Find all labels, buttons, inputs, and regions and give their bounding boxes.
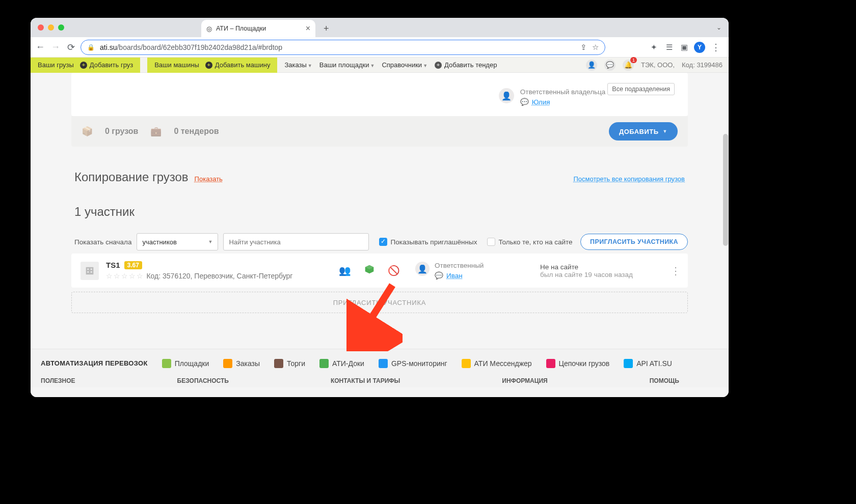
nav-your-cargo[interactable]: Ваши грузы — [38, 61, 74, 69]
nav-add-cargo[interactable]: +Добавить груз — [80, 61, 133, 69]
group-icon[interactable]: 👥 — [339, 265, 351, 276]
plus-icon: + — [205, 62, 212, 69]
company-icon — [81, 262, 99, 280]
page-content: Все подразделения 👤 Ответственный владел… — [31, 73, 729, 397]
chevron-down-icon: ▼ — [663, 129, 667, 134]
browser-toolbar: ← → ⟳ 🔒 ati.su/boards/board/62ebb307f19b… — [31, 37, 729, 58]
footer-item-messenger[interactable]: АТИ Мессенджер — [462, 359, 532, 368]
tab-title: АТИ – Площадки — [216, 25, 266, 32]
browser-tab[interactable]: ◎ АТИ – Площадки × — [201, 20, 315, 37]
forward-button[interactable]: → — [50, 42, 61, 53]
chat-icon[interactable]: 💬 — [604, 60, 616, 71]
dept-tag[interactable]: Все подразделения — [607, 83, 675, 95]
close-window-icon[interactable] — [38, 24, 44, 31]
invite-button[interactable]: ПРИГЛАСИТЬ УЧАСТНИКА — [580, 234, 688, 250]
search-input[interactable] — [223, 233, 369, 250]
nav-cargo-segment: Ваши грузы +Добавить груз — [31, 58, 140, 73]
panel-icon[interactable]: ▣ — [679, 43, 690, 52]
participant-name[interactable]: TS1 — [106, 261, 120, 269]
plus-icon: + — [435, 62, 442, 69]
nav-refs[interactable]: Справочники▼ — [382, 61, 427, 69]
footer-cat[interactable]: ИНФОРМАЦИЯ — [502, 377, 547, 387]
nav-vehicle-segment: Ваши машины +Добавить машину — [147, 58, 277, 73]
site-icon: ◎ — [206, 25, 212, 33]
new-tab-button[interactable]: + — [324, 23, 329, 34]
chrome-tab-strip: ◎ АТИ – Площадки × + ⌄ — [31, 18, 729, 37]
nav-orders[interactable]: Заказы▼ — [284, 61, 312, 69]
nav-add-tender[interactable]: +Добавить тендер — [435, 61, 497, 69]
sort-select[interactable]: участников▼ — [137, 233, 218, 250]
share-icon[interactable]: ⇪ — [580, 43, 587, 52]
reading-list-icon[interactable]: ☰ — [663, 43, 675, 52]
footer-item-gps[interactable]: GPS-мониторинг — [379, 359, 447, 368]
back-button[interactable]: ← — [35, 42, 46, 53]
svg-rect-3 — [87, 271, 89, 272]
checkbox-icon — [379, 238, 387, 246]
notifications-icon[interactable]: 🔔 — [623, 60, 634, 71]
rating-badge: 3.67 — [124, 261, 142, 269]
row-menu-icon[interactable]: ⋮ — [671, 265, 681, 277]
company-name: ТЭК, ООО, — [641, 61, 675, 69]
footer-item-orders[interactable]: Заказы — [223, 359, 260, 368]
view-all-link[interactable]: Посмотреть все копирования грузов — [573, 175, 685, 183]
footer-categories: ПОЛЕЗНОЕ БЕЗОПАСНОСТЬ КОНТАКТЫ И ТАРИФЫ … — [31, 377, 729, 387]
invite-box[interactable]: ПРИГЛАСИТЬ УЧАСТНИКА — [71, 292, 688, 313]
add-button[interactable]: ДОБАВИТЬ▼ — [609, 122, 678, 141]
nav-right: 👤 💬 🔔 ТЭК, ООО, Код: 3199486 — [586, 60, 723, 71]
responsible-column: 👤 Ответственный 💬 Иван — [415, 262, 484, 279]
footer-cat[interactable]: КОНТАКТЫ И ТАРИФЫ — [331, 377, 400, 387]
footer-strip: АВТОМАТИЗАЦИЯ ПЕРЕВОЗОК Площадки Заказы … — [31, 349, 729, 377]
chk-invited[interactable]: Показывать приглашённых — [379, 238, 477, 246]
blocked-icon[interactable]: 🚫 — [388, 265, 400, 276]
participant-meta: Код: 3576120, Перевозчик, Санкт-Петербур… — [146, 272, 292, 280]
participants-heading: 1 участник — [74, 205, 688, 219]
footer-cat[interactable]: ПОМОЩЬ — [650, 377, 679, 387]
tabs-menu-icon[interactable]: ⌄ — [716, 24, 721, 31]
footer-cat[interactable]: БЕЗОПАСНОСТЬ — [177, 377, 229, 387]
footer-item-api[interactable]: API ATI.SU — [624, 359, 672, 368]
avatar-icon: 👤 — [415, 262, 430, 276]
footer-item-auctions[interactable]: Торги — [274, 359, 305, 368]
address-bar[interactable]: 🔒 ati.su/boards/board/62ebb307f19b2402da… — [81, 40, 605, 55]
owner-row: 👤 Ответственный владельца 💬 Юлия — [84, 83, 607, 116]
browser-menu-icon[interactable]: ⋮ — [709, 42, 723, 53]
svg-rect-4 — [91, 271, 92, 272]
filter-row: Показать сначала участников▼ Показывать … — [74, 233, 688, 250]
status-column: Не на сайте был на сайте 19 часов назад — [540, 263, 633, 278]
footer-item-docs[interactable]: АТИ-Доки — [319, 359, 364, 368]
nav-add-vehicle[interactable]: +Добавить машину — [205, 61, 271, 69]
owner-name[interactable]: Юлия — [532, 98, 550, 106]
owner-label: Ответственный владельца — [520, 88, 606, 96]
responsible-label: Ответственный — [435, 262, 484, 269]
responsible-chat-link[interactable]: 💬 Иван — [435, 271, 484, 279]
maximize-window-icon[interactable] — [58, 24, 64, 31]
user-icon[interactable]: 👤 — [586, 60, 597, 71]
responsible-name[interactable]: Иван — [446, 272, 463, 279]
chk-online[interactable]: Только те, кто на сайте — [487, 238, 572, 246]
owner-chat-link[interactable]: 💬 Юлия — [520, 98, 606, 106]
board-card-footer: 📦 0 грузов 💼 0 тендеров ДОБАВИТЬ▼ — [71, 116, 688, 147]
svg-rect-1 — [87, 268, 89, 270]
nav-your-boards[interactable]: Ваши площадки▼ — [319, 61, 375, 69]
chat-icon: 💬 — [435, 271, 443, 279]
minimize-window-icon[interactable] — [48, 24, 54, 31]
footer-heading: АВТОМАТИЗАЦИЯ ПЕРЕВОЗОК — [41, 359, 148, 367]
browser-window: ◎ АТИ – Площадки × + ⌄ ← → ⟳ 🔒 ati.su/bo… — [31, 18, 729, 397]
nav-your-vehicles[interactable]: Ваши машины — [154, 61, 199, 69]
reload-button[interactable]: ⟳ — [65, 42, 76, 53]
footer-item-chains[interactable]: Цепочки грузов — [546, 359, 610, 368]
chat-icon: 💬 — [520, 98, 529, 106]
cargo-count: 0 грузов — [105, 127, 138, 136]
show-link[interactable]: Показать — [195, 175, 223, 183]
extensions-icon[interactable]: ✦ — [648, 43, 659, 52]
close-tab-icon[interactable]: × — [306, 24, 310, 33]
svg-rect-2 — [91, 268, 92, 270]
capability-icons: 👥 🚫 — [339, 264, 400, 277]
box-icon[interactable] — [364, 264, 374, 277]
profile-avatar[interactable]: Y — [694, 42, 705, 53]
svg-rect-0 — [86, 267, 94, 274]
footer-cat[interactable]: ПОЛЕЗНОЕ — [41, 377, 75, 387]
scrollbar[interactable] — [723, 134, 728, 246]
footer-item-boards[interactable]: Площадки — [162, 359, 209, 368]
bookmark-icon[interactable]: ☆ — [592, 43, 599, 52]
